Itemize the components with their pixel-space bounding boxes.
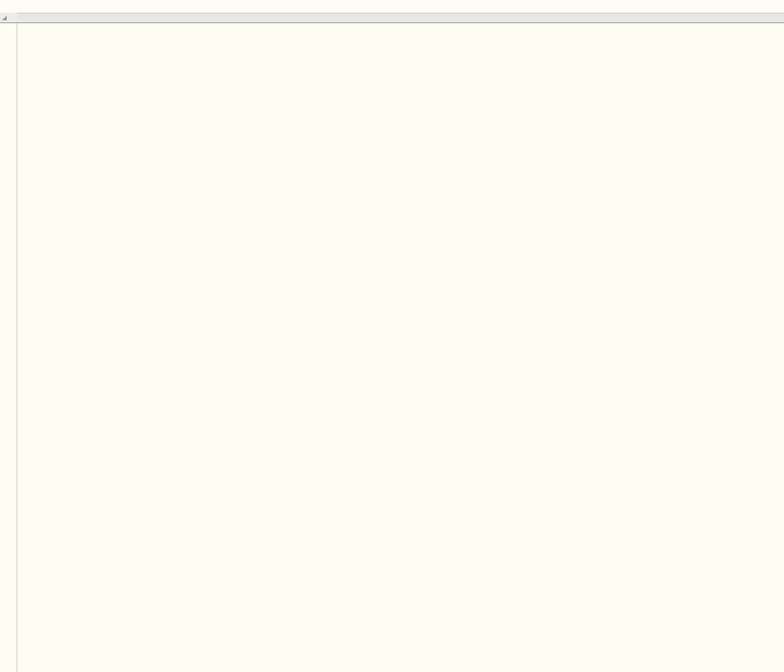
column-header-strip xyxy=(17,13,784,23)
row-header-strip xyxy=(0,23,17,672)
select-all-triangle-icon xyxy=(2,16,7,20)
select-all-corner[interactable] xyxy=(0,13,17,23)
spreadsheet-window xyxy=(0,0,784,672)
